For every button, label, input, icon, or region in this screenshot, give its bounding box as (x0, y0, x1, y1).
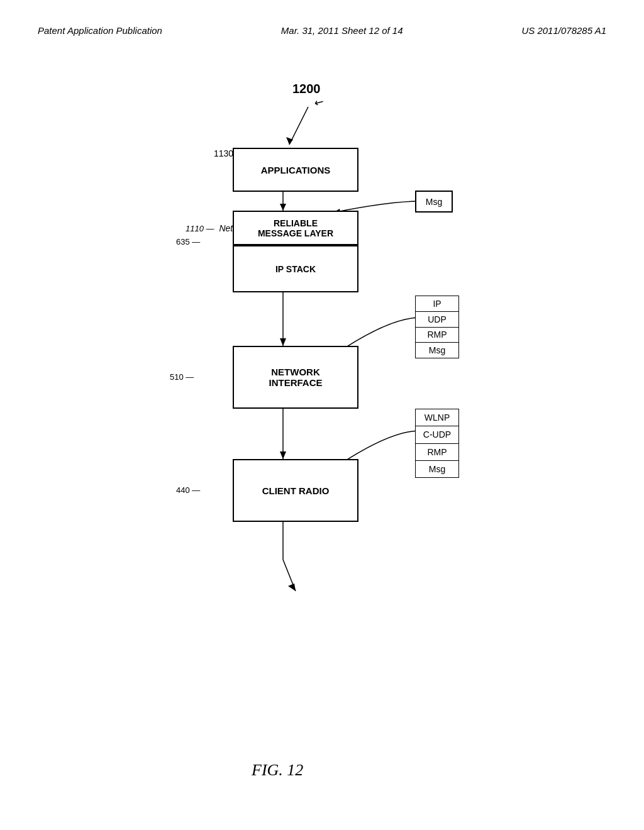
svg-marker-9 (280, 451, 286, 459)
figure-arrow-indicator: ↙ (312, 94, 327, 111)
svg-line-12 (283, 560, 296, 591)
svg-marker-6 (280, 338, 286, 346)
reliable-message-ref: 635 — (176, 236, 200, 247)
header-right: US 2011/078285 A1 (521, 25, 606, 36)
applications-box: APPLICATIONS (233, 148, 358, 192)
wlnp-cudp-stack: WLNP C-UDP RMP Msg (415, 409, 459, 478)
header-left: Patent Application Publication (38, 25, 162, 36)
client-radio-box: CLIENT RADIO (233, 459, 358, 522)
figure-caption: FIG. 12 (252, 761, 303, 780)
svg-marker-13 (288, 584, 296, 591)
network-interface-ref: 510 — (170, 371, 194, 382)
client-radio-ref: 440 — (176, 484, 200, 495)
ip-stack-box: IP STACK (233, 245, 358, 292)
reliable-message-box: RELIABLE MESSAGE LAYER (233, 211, 358, 245)
ip-udp-stack: IP UDP RMP Msg (415, 296, 459, 358)
svg-marker-3 (280, 204, 286, 211)
header-center: Mar. 31, 2011 Sheet 12 of 14 (281, 25, 403, 36)
figure-number: 1200 (292, 82, 321, 96)
page-header: Patent Application Publication Mar. 31, … (0, 0, 644, 48)
svg-marker-1 (286, 137, 293, 145)
diagram-area: 1200 ↙ 1130 — APPLICATIONS 1110 — NetLib… (0, 75, 644, 830)
msg-side-box-top: Msg (415, 191, 453, 213)
svg-line-0 (289, 107, 308, 145)
network-interface-box: NETWORK INTERFACE (233, 346, 358, 409)
